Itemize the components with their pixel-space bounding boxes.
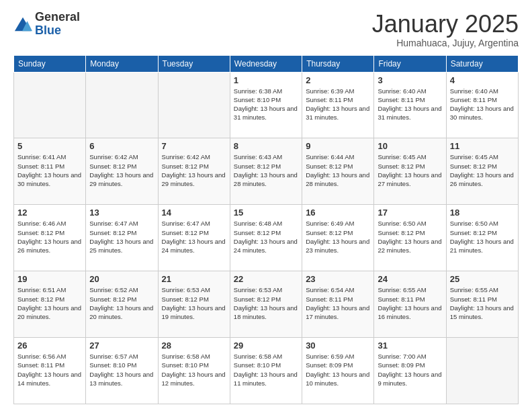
day-number: 19: [17, 274, 82, 284]
day-number: 11: [450, 141, 515, 151]
day-info: Sunrise: 6:47 AM Sunset: 8:12 PM Dayligh…: [89, 219, 154, 255]
calendar-cell: 30Sunrise: 6:59 AM Sunset: 8:09 PM Dayli…: [302, 338, 374, 404]
calendar-cell: 7Sunrise: 6:42 AM Sunset: 8:12 PM Daylig…: [158, 138, 230, 205]
column-header-friday: Friday: [374, 55, 446, 72]
day-info: Sunrise: 6:50 AM Sunset: 8:12 PM Dayligh…: [450, 219, 515, 255]
calendar-cell: [446, 338, 518, 404]
calendar-cell: 25Sunrise: 6:55 AM Sunset: 8:11 PM Dayli…: [446, 271, 518, 338]
day-info: Sunrise: 6:52 AM Sunset: 8:12 PM Dayligh…: [89, 285, 154, 321]
day-info: Sunrise: 6:59 AM Sunset: 8:09 PM Dayligh…: [306, 352, 370, 387]
day-info: Sunrise: 6:57 AM Sunset: 8:10 PM Dayligh…: [89, 352, 154, 387]
calendar-cell: 23Sunrise: 6:54 AM Sunset: 8:11 PM Dayli…: [302, 271, 374, 338]
day-info: Sunrise: 6:39 AM Sunset: 8:11 PM Dayligh…: [306, 87, 370, 122]
calendar-cell: 8Sunrise: 6:43 AM Sunset: 8:12 PM Daylig…: [230, 138, 302, 205]
logo-general: General: [35, 11, 80, 24]
calendar-week-row: 5Sunrise: 6:41 AM Sunset: 8:11 PM Daylig…: [14, 138, 519, 205]
calendar-cell: 2Sunrise: 6:39 AM Sunset: 8:11 PM Daylig…: [302, 72, 374, 138]
day-number: 22: [234, 274, 298, 284]
day-number: 8: [234, 141, 298, 151]
day-number: 5: [17, 141, 82, 151]
day-number: 13: [89, 208, 154, 218]
day-number: 27: [89, 340, 154, 351]
calendar-cell: 3Sunrise: 6:40 AM Sunset: 8:11 PM Daylig…: [374, 72, 446, 138]
day-number: 29: [234, 340, 298, 351]
calendar-week-row: 26Sunrise: 6:56 AM Sunset: 8:11 PM Dayli…: [14, 338, 519, 404]
title-section: January 2025 Humahuaca, Jujuy, Argentina: [372, 11, 519, 48]
day-number: 18: [450, 208, 515, 218]
day-number: 14: [162, 208, 226, 218]
calendar-week-row: 19Sunrise: 6:51 AM Sunset: 8:12 PM Dayli…: [14, 271, 519, 338]
calendar-cell: 21Sunrise: 6:53 AM Sunset: 8:12 PM Dayli…: [158, 271, 230, 338]
calendar-cell: 28Sunrise: 6:58 AM Sunset: 8:10 PM Dayli…: [158, 338, 230, 404]
day-info: Sunrise: 6:55 AM Sunset: 8:11 PM Dayligh…: [450, 285, 515, 321]
day-info: Sunrise: 6:40 AM Sunset: 8:11 PM Dayligh…: [378, 87, 442, 122]
day-info: Sunrise: 6:47 AM Sunset: 8:12 PM Dayligh…: [162, 219, 226, 255]
calendar-cell: 29Sunrise: 6:58 AM Sunset: 8:10 PM Dayli…: [230, 338, 302, 404]
calendar-cell: [14, 72, 86, 138]
day-number: 24: [378, 274, 442, 284]
day-info: Sunrise: 6:45 AM Sunset: 8:12 PM Dayligh…: [450, 152, 515, 188]
logo-icon: [13, 15, 32, 34]
calendar-cell: 4Sunrise: 6:40 AM Sunset: 8:11 PM Daylig…: [446, 72, 518, 138]
day-info: Sunrise: 6:40 AM Sunset: 8:11 PM Dayligh…: [450, 87, 515, 122]
day-number: 25: [450, 274, 515, 284]
calendar-cell: 15Sunrise: 6:48 AM Sunset: 8:12 PM Dayli…: [230, 205, 302, 271]
day-number: 21: [162, 274, 226, 284]
day-info: Sunrise: 6:56 AM Sunset: 8:11 PM Dayligh…: [17, 352, 82, 387]
day-info: Sunrise: 6:53 AM Sunset: 8:12 PM Dayligh…: [234, 285, 298, 321]
logo-text: General Blue: [35, 11, 80, 38]
day-number: 12: [17, 208, 82, 218]
calendar-cell: 5Sunrise: 6:41 AM Sunset: 8:11 PM Daylig…: [14, 138, 86, 205]
day-number: 23: [306, 274, 370, 284]
day-number: 15: [234, 208, 298, 218]
day-info: Sunrise: 7:00 AM Sunset: 8:09 PM Dayligh…: [378, 352, 442, 387]
calendar-cell: 6Sunrise: 6:42 AM Sunset: 8:12 PM Daylig…: [86, 138, 158, 205]
calendar-cell: 1Sunrise: 6:38 AM Sunset: 8:10 PM Daylig…: [230, 72, 302, 138]
calendar-cell: 26Sunrise: 6:56 AM Sunset: 8:11 PM Dayli…: [14, 338, 86, 404]
calendar-cell: [86, 72, 158, 138]
calendar-cell: 19Sunrise: 6:51 AM Sunset: 8:12 PM Dayli…: [14, 271, 86, 338]
day-number: 26: [17, 340, 82, 351]
day-number: 6: [89, 141, 154, 151]
day-number: 4: [450, 75, 515, 85]
calendar-cell: 11Sunrise: 6:45 AM Sunset: 8:12 PM Dayli…: [446, 138, 518, 205]
day-info: Sunrise: 6:50 AM Sunset: 8:12 PM Dayligh…: [378, 219, 442, 255]
day-number: 16: [306, 208, 370, 218]
day-info: Sunrise: 6:42 AM Sunset: 8:12 PM Dayligh…: [89, 152, 154, 188]
day-info: Sunrise: 6:51 AM Sunset: 8:12 PM Dayligh…: [17, 285, 82, 321]
calendar-cell: 24Sunrise: 6:55 AM Sunset: 8:11 PM Dayli…: [374, 271, 446, 338]
day-info: Sunrise: 6:43 AM Sunset: 8:12 PM Dayligh…: [234, 152, 298, 188]
day-number: 7: [162, 141, 226, 151]
calendar-cell: 14Sunrise: 6:47 AM Sunset: 8:12 PM Dayli…: [158, 205, 230, 271]
day-info: Sunrise: 6:58 AM Sunset: 8:10 PM Dayligh…: [234, 352, 298, 387]
day-number: 10: [378, 141, 442, 151]
day-number: 3: [378, 75, 442, 85]
column-header-wednesday: Wednesday: [230, 55, 302, 72]
column-header-monday: Monday: [86, 55, 158, 72]
calendar-cell: 9Sunrise: 6:44 AM Sunset: 8:12 PM Daylig…: [302, 138, 374, 205]
calendar-subtitle: Humahuaca, Jujuy, Argentina: [372, 38, 519, 48]
calendar-cell: 10Sunrise: 6:45 AM Sunset: 8:12 PM Dayli…: [374, 138, 446, 205]
page: General Blue January 2025 Humahuaca, Juj…: [0, 0, 532, 411]
calendar-header-row: SundayMondayTuesdayWednesdayThursdayFrid…: [14, 55, 519, 72]
calendar-cell: 18Sunrise: 6:50 AM Sunset: 8:12 PM Dayli…: [446, 205, 518, 271]
column-header-saturday: Saturday: [446, 55, 518, 72]
calendar-cell: 22Sunrise: 6:53 AM Sunset: 8:12 PM Dayli…: [230, 271, 302, 338]
calendar-cell: 17Sunrise: 6:50 AM Sunset: 8:12 PM Dayli…: [374, 205, 446, 271]
calendar-cell: 31Sunrise: 7:00 AM Sunset: 8:09 PM Dayli…: [374, 338, 446, 404]
calendar-cell: 16Sunrise: 6:49 AM Sunset: 8:12 PM Dayli…: [302, 205, 374, 271]
calendar-cell: [158, 72, 230, 138]
day-info: Sunrise: 6:41 AM Sunset: 8:11 PM Dayligh…: [17, 152, 82, 188]
day-info: Sunrise: 6:49 AM Sunset: 8:12 PM Dayligh…: [306, 219, 370, 255]
calendar-cell: 20Sunrise: 6:52 AM Sunset: 8:12 PM Dayli…: [86, 271, 158, 338]
day-info: Sunrise: 6:53 AM Sunset: 8:12 PM Dayligh…: [162, 285, 226, 321]
day-number: 30: [306, 340, 370, 351]
day-number: 28: [162, 340, 226, 351]
column-header-sunday: Sunday: [14, 55, 86, 72]
day-info: Sunrise: 6:58 AM Sunset: 8:10 PM Dayligh…: [162, 352, 226, 387]
day-number: 17: [378, 208, 442, 218]
calendar-week-row: 1Sunrise: 6:38 AM Sunset: 8:10 PM Daylig…: [14, 72, 519, 138]
column-header-tuesday: Tuesday: [158, 55, 230, 72]
calendar-cell: 12Sunrise: 6:46 AM Sunset: 8:12 PM Dayli…: [14, 205, 86, 271]
logo: General Blue: [13, 11, 80, 38]
